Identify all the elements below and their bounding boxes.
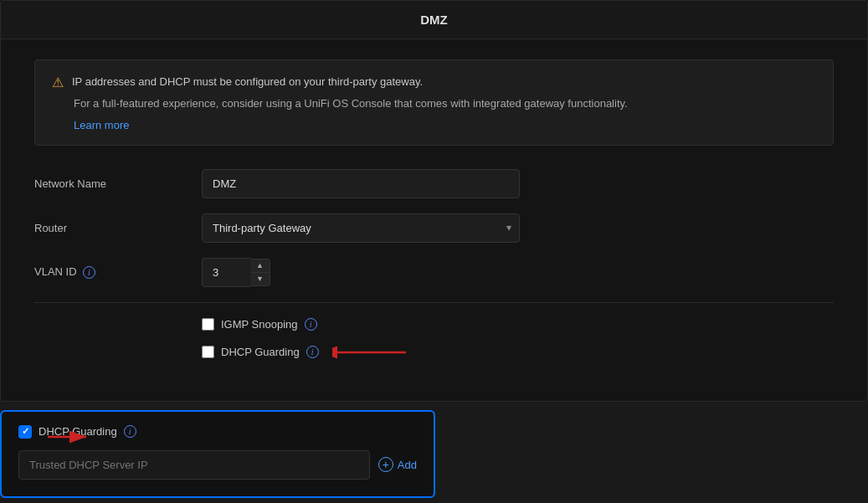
dhcp-info-icon[interactable]: i xyxy=(306,346,319,358)
bottom-panel: DHCP Guarding i + Add xyxy=(0,410,435,498)
warning-sub-text: For a full-featured experience, consider… xyxy=(74,95,816,112)
router-control: Third-party Gateway ▾ xyxy=(202,213,520,243)
vlan-id-input[interactable] xyxy=(202,258,250,287)
igmp-info-icon[interactable]: i xyxy=(305,318,317,331)
router-row: Router Third-party Gateway ▾ xyxy=(34,213,834,243)
network-name-row: Network Name xyxy=(34,169,834,198)
divider xyxy=(34,302,834,303)
router-select[interactable]: Third-party Gateway xyxy=(202,213,520,243)
plus-icon: + xyxy=(378,457,393,472)
spinner-buttons: ▲ ▼ xyxy=(250,259,270,286)
bottom-red-arrow xyxy=(46,429,92,445)
trusted-server-row: + Add xyxy=(18,450,417,480)
main-panel: DMZ ⚠ IP addresses and DHCP must be conf… xyxy=(0,0,868,402)
dhcp-guarding-checkbox[interactable] xyxy=(202,346,214,358)
vlan-info-icon[interactable]: i xyxy=(83,266,95,279)
dhcp-guarding-row: DHCP Guarding i xyxy=(34,344,834,361)
spinner-down-button[interactable]: ▼ xyxy=(250,273,270,285)
warning-icon: ⚠ xyxy=(52,74,64,90)
panel-body: ⚠ IP addresses and DHCP must be configur… xyxy=(1,39,867,401)
igmp-snooping-row: IGMP Snooping i xyxy=(34,318,834,331)
spinner-up-button[interactable]: ▲ xyxy=(250,259,270,273)
trusted-server-input[interactable] xyxy=(18,450,370,480)
router-label: Router xyxy=(34,222,202,234)
red-arrow-annotation xyxy=(332,344,408,361)
bottom-dhcp-info-icon[interactable]: i xyxy=(124,425,136,438)
learn-more-link[interactable]: Learn more xyxy=(74,119,816,131)
igmp-snooping-checkbox[interactable] xyxy=(202,318,214,331)
igmp-snooping-label: IGMP Snooping xyxy=(221,318,298,331)
network-name-label: Network Name xyxy=(34,177,202,190)
vlan-id-label: VLAN ID i xyxy=(34,265,202,279)
dhcp-guarding-label: DHCP Guarding xyxy=(221,346,300,358)
vlan-id-row: VLAN ID i ▲ ▼ xyxy=(34,258,834,287)
bottom-dhcp-checkbox[interactable] xyxy=(18,425,32,439)
add-label: Add xyxy=(398,459,417,471)
router-select-wrapper: Third-party Gateway ▾ xyxy=(202,213,520,243)
warning-top: ⚠ IP addresses and DHCP must be configur… xyxy=(52,74,816,90)
network-name-control xyxy=(202,169,520,198)
vlan-id-spinner: ▲ ▼ xyxy=(202,258,277,287)
warning-main-text: IP addresses and DHCP must be configured… xyxy=(72,74,423,90)
warning-box: ⚠ IP addresses and DHCP must be configur… xyxy=(34,59,834,146)
network-name-input[interactable] xyxy=(202,169,520,198)
add-button[interactable]: + Add xyxy=(378,457,417,472)
page-title: DMZ xyxy=(1,1,867,39)
vlan-id-control: ▲ ▼ xyxy=(202,258,520,287)
